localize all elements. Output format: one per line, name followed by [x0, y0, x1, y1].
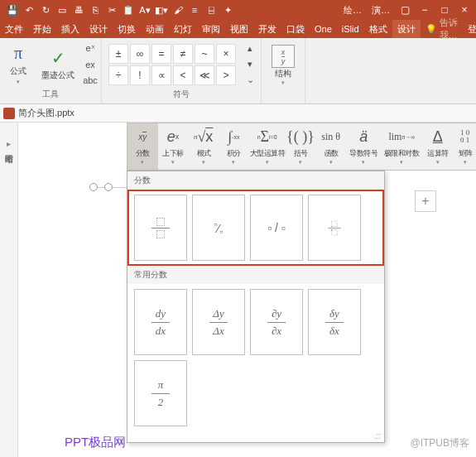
pi-icon: π [8, 44, 28, 64]
chevron-down-icon: ▾ [232, 159, 235, 166]
main-area: ▸ 缩略图 + xy 分数 ▾ ex 上下标 ▾ n√x 根式 ▾ [0, 123, 476, 457]
symbol-plusminus[interactable]: ± [108, 44, 128, 64]
normal-text-icon[interactable]: abc [83, 73, 98, 88]
tell-me[interactable]: 💡告诉我… [421, 17, 463, 41]
new-slide-icon[interactable]: ▭ [55, 2, 70, 17]
professional-icon[interactable]: eˣ [83, 41, 98, 56]
redo-icon[interactable]: ↻ [38, 2, 53, 17]
large-operator-button[interactable]: nΣi=0 大型运算符 ▾ [249, 123, 286, 170]
scroll-down-icon[interactable]: ▾ [243, 57, 257, 72]
operator-button[interactable]: Δ 运算符 ▾ [422, 123, 453, 170]
tab-view[interactable]: 视图 [225, 20, 253, 38]
bracket-icon: {( )} [286, 126, 315, 147]
shape-fill-icon[interactable]: ◧▾ [154, 2, 169, 17]
placeholder-handle[interactable] [89, 183, 98, 191]
login-button[interactable]: 登录 [463, 23, 476, 36]
effects-icon[interactable]: ✦ [220, 2, 235, 17]
expand-icon[interactable]: ⌄ [243, 73, 257, 88]
slide-canvas[interactable]: + xy 分数 ▾ ex 上下标 ▾ n√x 根式 ▾ ∫-xx 积分 ▾ [18, 123, 476, 457]
symbol-equals[interactable]: = [151, 44, 171, 64]
function-icon: sin θ [321, 126, 340, 147]
symbol-tilde[interactable]: ~ [195, 44, 214, 64]
symbol-less[interactable]: < [173, 65, 193, 85]
fraction-stacked[interactable] [134, 195, 187, 261]
chevron-down-icon: ▾ [362, 159, 365, 166]
fraction-delta-y-x[interactable]: δyδx [308, 289, 361, 355]
fraction-dy-dx[interactable]: dydx [134, 289, 187, 355]
format-painter-icon[interactable]: 🖌 [171, 2, 185, 17]
scroll-up-icon[interactable]: ▴ [243, 41, 257, 56]
linear-icon[interactable]: ex [83, 57, 98, 72]
paste-icon[interactable]: 📋 [121, 2, 136, 17]
tab-onekey[interactable]: One [310, 20, 337, 38]
group-icon[interactable]: ⌸ [204, 2, 219, 17]
cut-icon[interactable]: ✂ [104, 2, 119, 17]
font-color-icon[interactable]: A▾ [137, 2, 152, 17]
tab-home[interactable]: 开始 [28, 20, 56, 38]
tab-islide[interactable]: iSlid [337, 20, 364, 38]
tab-review[interactable]: 审阅 [197, 20, 225, 38]
undo-icon[interactable]: ↶ [22, 2, 36, 17]
fraction-small[interactable] [308, 195, 361, 261]
tab-file[interactable]: 文件 [0, 20, 28, 38]
resize-grip-icon[interactable]: .:: [127, 431, 384, 442]
tab-insert[interactable]: 插入 [56, 20, 84, 38]
symbol-times[interactable]: × [216, 44, 236, 64]
fraction-skewed[interactable]: ▫∕▫ [192, 195, 245, 261]
ribbon-display-icon[interactable]: ▢ [397, 2, 413, 18]
print-icon[interactable]: 🖶 [71, 2, 86, 17]
tab-animations[interactable]: 动画 [141, 20, 169, 38]
radical-icon: n√x [194, 126, 213, 147]
maximize-icon[interactable]: □ [436, 2, 453, 18]
tab-pocket[interactable]: 口袋 [281, 20, 310, 38]
tab-equation-design[interactable]: 设计 [392, 20, 421, 38]
thumbnail-pane[interactable]: ▸ 缩略图 [0, 123, 18, 457]
quick-access-toolbar: 💾 ↶ ↻ ▭ 🖶 ⎘ ✂ 📋 A▾ ◧▾ 🖌 ≡ ⌸ ✦ [0, 2, 340, 17]
fraction-partial-y-x[interactable]: ∂y∂x [250, 289, 303, 355]
function-button[interactable]: sin θ 函数 ▾ [315, 123, 346, 170]
bracket-button[interactable]: {( )} 括号 ▾ [286, 123, 316, 170]
symbol-factorial[interactable]: ! [130, 65, 150, 85]
tab-design[interactable]: 设计 [84, 20, 113, 38]
minimize-icon[interactable]: − [416, 2, 433, 18]
structures-button[interactable]: xy 结构 ▾ [265, 43, 301, 88]
radical-button[interactable]: n√x 根式 ▾ [188, 123, 219, 170]
equation-button[interactable]: π 公式 ▾ [3, 42, 33, 87]
save-icon[interactable]: 💾 [5, 2, 20, 17]
placeholder-handle[interactable] [104, 183, 113, 191]
symbol-notequal[interactable]: ≠ [173, 44, 193, 64]
align-icon[interactable]: ≡ [187, 2, 202, 17]
tab-transitions[interactable]: 切换 [113, 20, 141, 38]
chevron-down-icon: ▾ [400, 159, 403, 166]
title-right: 绘… 演… ▢ − □ × [340, 2, 476, 18]
ink-equation-button[interactable]: ✓ 墨迹公式 [36, 46, 79, 83]
symbol-muchless[interactable]: ≪ [195, 65, 214, 85]
tab-slideshow[interactable]: 幻灯 [169, 20, 197, 38]
fraction-deltay-deltax[interactable]: ΔyΔx [192, 289, 245, 355]
tab-developer[interactable]: 开发 [253, 20, 281, 38]
integral-button[interactable]: ∫-xx 积分 ▾ [219, 123, 249, 170]
matrix-icon: 1 00 1 [460, 126, 469, 147]
fraction-pi-2[interactable]: π2 [134, 360, 187, 426]
copy-icon[interactable]: ⎘ [88, 2, 103, 17]
symbol-infinity[interactable]: ∞ [130, 44, 150, 64]
equation-structures-toolbar: xy 分数 ▾ ex 上下标 ▾ n√x 根式 ▾ ∫-xx 积分 ▾ nΣi=… [127, 123, 476, 171]
group-symbols: ± ∞ = ≠ ~ × ÷ ! ∝ < ≪ > ▴ ▾ ⌄ 符号 [102, 38, 262, 103]
symbol-divide[interactable]: ÷ [108, 65, 128, 85]
tab-format[interactable]: 格式 [364, 20, 392, 38]
symbol-propto[interactable]: ∝ [151, 65, 171, 85]
chevron-down-icon: ▾ [266, 159, 269, 166]
script-icon: ex [167, 126, 180, 147]
ink-icon: ✓ [48, 48, 68, 68]
symbol-greater[interactable]: > [216, 65, 236, 85]
fraction-button[interactable]: xy 分数 ▾ [127, 123, 158, 170]
accent-button[interactable]: ä 导数符号 ▾ [346, 123, 381, 170]
script-button[interactable]: ex 上下标 ▾ [158, 123, 189, 170]
limit-button[interactable]: limn→∞ 极限和对数 ▾ [381, 123, 422, 170]
chevron-down-icon: ▾ [329, 159, 333, 166]
matrix-button[interactable]: 1 00 1 矩阵 ▾ [453, 123, 476, 170]
fraction-linear[interactable]: ▫ / ▫ [250, 195, 303, 261]
add-placeholder-button[interactable]: + [415, 190, 436, 212]
close-icon[interactable]: × [456, 2, 473, 18]
chevron-right-icon[interactable]: ▸ [7, 139, 11, 148]
